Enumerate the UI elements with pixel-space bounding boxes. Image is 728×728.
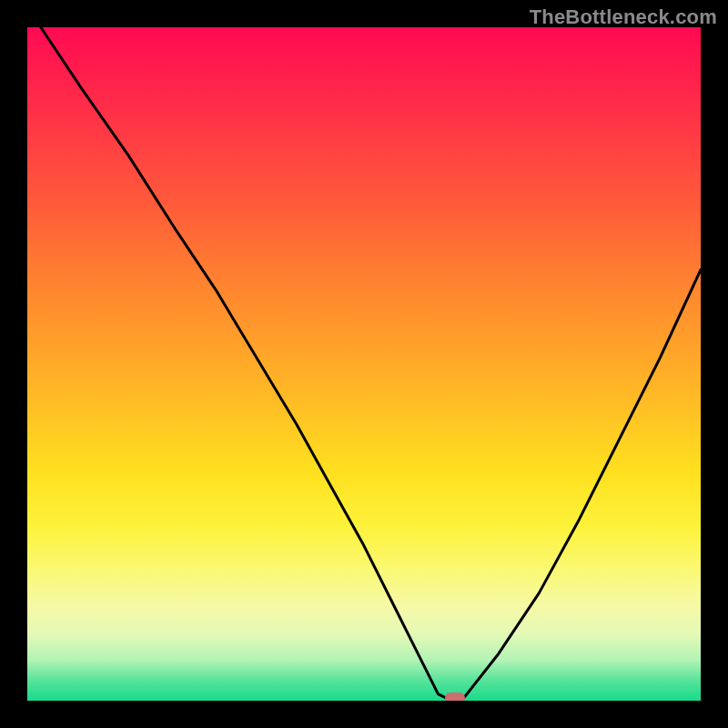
optimal-point-marker (445, 693, 465, 701)
bottleneck-curve (27, 27, 701, 701)
watermark-text: TheBottleneck.com (530, 5, 717, 29)
plot-area (27, 27, 701, 701)
chart-frame: TheBottleneck.com (0, 0, 728, 728)
curve-path (41, 27, 701, 701)
